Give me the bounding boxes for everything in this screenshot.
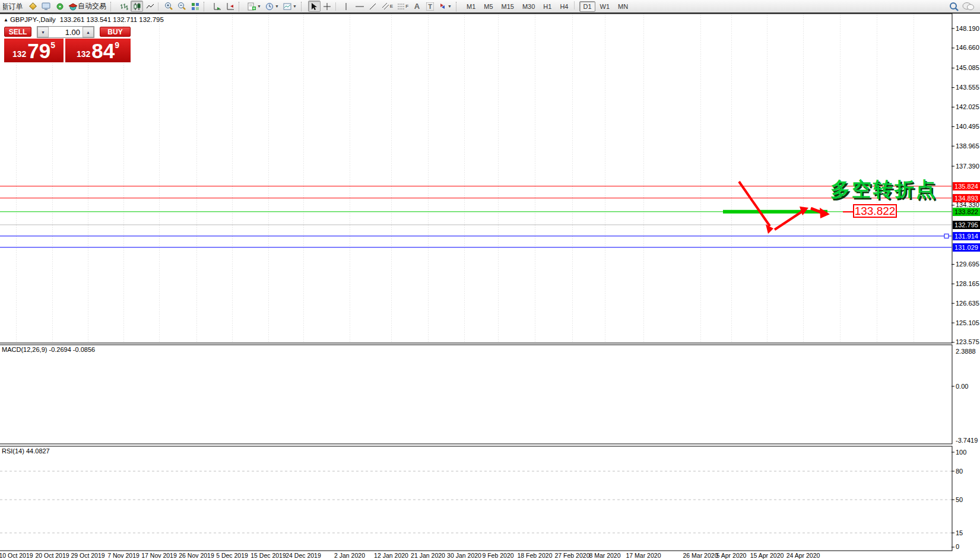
one-click-trading-panel: SELL ▼ ▲ BUY 132 79 5 132 84 9 [4, 26, 131, 62]
macd-axis-label: -3.7419 [956, 437, 978, 444]
cursor-button[interactable] [308, 1, 321, 12]
price-level-chip: 133.822 [953, 208, 980, 216]
text-label-button[interactable]: T [424, 1, 436, 12]
toolbar-separator [335, 2, 338, 11]
price-tick-label: 123.575 [956, 338, 979, 345]
date-tick-label: 17 Nov 2019 [141, 552, 177, 559]
new-order-label: 新订单 [2, 2, 23, 11]
timeframe-M1[interactable]: M1 [463, 1, 479, 12]
search-icon[interactable] [949, 2, 959, 11]
macd-axis-label: 0.00 [956, 383, 968, 390]
level-price-label[interactable]: 133.822 [853, 204, 897, 218]
date-tick-label: 29 Oct 2019 [71, 552, 104, 559]
turning-point-annotation: 多空转折点 [830, 176, 937, 203]
chat-icon[interactable] [962, 2, 974, 11]
price-level-chip: 134.893 [953, 194, 980, 202]
market-watch-icon[interactable] [40, 1, 53, 12]
buy-button[interactable]: BUY [100, 27, 131, 37]
zoom-in-button[interactable] [163, 1, 175, 12]
toolbar-separator [158, 2, 161, 11]
price-tick-label: 137.390 [956, 163, 979, 170]
autotrading-button[interactable]: 自动交易 [66, 1, 108, 12]
timeframe-H4[interactable]: H4 [556, 1, 572, 12]
sell-button[interactable]: SELL [4, 27, 31, 37]
price-level-chip: 131.029 [953, 243, 980, 252]
crosshair-button[interactable] [321, 1, 334, 12]
date-tick-label: 15 Apr 2020 [750, 552, 784, 559]
timeframe-M5[interactable]: M5 [480, 1, 496, 12]
level-connector-dash [843, 211, 853, 212]
date-tick-label: 17 Mar 2020 [626, 552, 661, 559]
price-tick-label: 145.085 [956, 64, 979, 71]
toolbar-separator [456, 2, 461, 11]
metaquotes-icon[interactable] [27, 1, 39, 12]
date-tick-label: 10 Oct 2019 [0, 552, 33, 559]
tile-windows-button[interactable] [189, 1, 201, 12]
new-order-button[interactable]: 新订单 [2, 2, 26, 11]
channel-button[interactable]: E [380, 1, 395, 12]
date-tick-label: 8 Mar 2020 [589, 552, 620, 559]
price-tick-label: 126.635 [956, 300, 979, 307]
new-chart-button[interactable]: ▼ [281, 1, 299, 12]
sell-price[interactable]: 132 79 5 [4, 39, 64, 62]
bar-chart-button[interactable] [118, 1, 130, 12]
rsi-axis-label: 100 [956, 449, 966, 456]
date-tick-label: 20 Oct 2019 [35, 552, 69, 559]
fibonacci-button[interactable]: F [395, 1, 410, 12]
timeframe-D1[interactable]: D1 [579, 1, 595, 12]
date-tick-label: 21 Jan 2020 [411, 552, 445, 559]
trend-arrow[interactable] [739, 182, 770, 226]
timeframe-MN[interactable]: MN [614, 1, 632, 12]
trend-arrow[interactable] [775, 211, 803, 230]
channel-glyph: E [390, 4, 393, 9]
volume-decrease-button[interactable]: ▼ [37, 27, 49, 37]
toolbar: 新订单 自动交易 [0, 0, 980, 14]
signals-icon[interactable] [53, 1, 66, 12]
timeframe-H1[interactable]: H1 [540, 1, 555, 12]
text-button[interactable]: A [411, 1, 423, 12]
volume-increase-button[interactable]: ▲ [83, 27, 94, 37]
autotrading-label: 自动交易 [78, 1, 106, 11]
sell-price-point: 5 [50, 40, 55, 50]
timeframe-M15[interactable]: M15 [498, 1, 518, 12]
arrows-button[interactable]: ▼ [437, 1, 453, 12]
date-tick-label: 24 Dec 2019 [286, 552, 321, 559]
buy-price[interactable]: 132 84 9 [65, 39, 131, 62]
indicators-button[interactable]: ▼ [246, 1, 263, 12]
volume-input[interactable] [49, 27, 83, 37]
trend-arrow[interactable] [811, 208, 822, 212]
toolbar-separator [204, 2, 208, 11]
rsi-axis-label: 80 [956, 468, 963, 475]
chart-shift-button[interactable] [224, 1, 236, 12]
auto-scroll-button[interactable] [211, 1, 223, 12]
timeframe-W1[interactable]: W1 [597, 1, 614, 12]
macd-axis-label: 2.3888 [956, 348, 976, 355]
toolbar-separator [574, 1, 577, 9]
date-tick-label: 24 Apr 2020 [786, 552, 820, 559]
chevron-down-icon[interactable]: ▼ [257, 4, 261, 8]
chevron-down-icon[interactable]: ▼ [448, 4, 452, 8]
trendline-button[interactable] [367, 1, 379, 12]
collapse-triangle-icon[interactable]: ▲ [4, 17, 8, 23]
chevron-down-icon[interactable]: ▼ [275, 4, 279, 8]
chart-canvas[interactable] [0, 0, 980, 559]
date-tick-label: 12 Jan 2020 [374, 552, 408, 559]
price-tick-label: 148.190 [956, 25, 979, 32]
periods-button[interactable]: ▼ [264, 1, 281, 12]
line-endpoint-marker[interactable] [944, 234, 949, 238]
macd-label: MACD(12,26,9) -0.2694 -0.0856 [2, 346, 95, 353]
price-level-chip: 135.824 [953, 182, 980, 190]
chevron-down-icon[interactable]: ▼ [293, 4, 297, 8]
timeframe-M30[interactable]: M30 [519, 1, 538, 12]
price-tick-label: 140.495 [956, 123, 979, 130]
vertical-line-button[interactable] [340, 1, 353, 12]
mt4-window: 新订单 自动交易 [0, 0, 980, 559]
line-chart-button[interactable] [144, 1, 156, 12]
candlestick-chart-button[interactable] [131, 1, 143, 12]
label-icon: T [426, 2, 434, 11]
price-tick-label: 146.660 [956, 44, 979, 51]
horizontal-line-button[interactable] [353, 1, 366, 12]
zoom-out-button[interactable] [176, 1, 188, 12]
date-tick-label: 18 Feb 2020 [518, 552, 553, 559]
price-level-chip: 132.795 [953, 221, 980, 229]
